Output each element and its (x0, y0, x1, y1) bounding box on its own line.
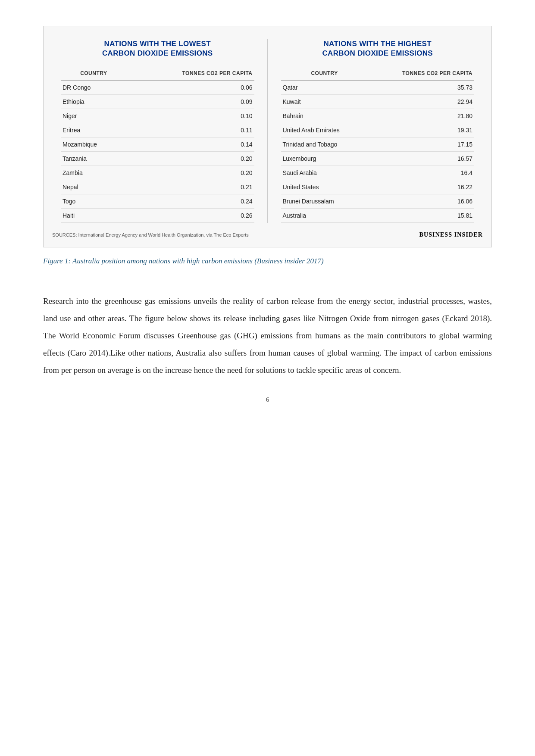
infographic-box: NATIONS WITH THE LOWEST CARBON DIOXIDE E… (43, 26, 492, 247)
table-row: Qatar35.73 (281, 80, 475, 95)
right-table-section: NATIONS WITH THE HIGHEST CARBON DIOXIDE … (268, 39, 483, 223)
page-number: 6 (43, 396, 492, 403)
table-row: Luxembourg16.57 (281, 152, 475, 166)
country-cell: Niger (61, 109, 127, 123)
country-cell: Saudi Arabia (281, 166, 368, 180)
value-cell: 0.20 (127, 166, 254, 180)
country-cell: Mozambique (61, 137, 127, 152)
value-cell: 0.06 (127, 80, 254, 95)
country-cell: Ethiopia (61, 95, 127, 109)
brand-name: BUSINESS INSIDER (419, 231, 483, 238)
country-cell: Tanzania (61, 152, 127, 166)
left-col2-header: TONNES CO2 PER CAPITA (127, 68, 254, 80)
value-cell: 0.09 (127, 95, 254, 109)
country-cell: Haiti (61, 209, 127, 223)
table-row: Tanzania0.20 (61, 152, 254, 166)
value-cell: 0.20 (127, 152, 254, 166)
value-cell: 0.11 (127, 123, 254, 137)
country-cell: Trinidad and Tobago (281, 137, 368, 152)
right-col1-header: COUNTRY (281, 68, 368, 80)
country-cell: Togo (61, 194, 127, 209)
tables-wrapper: NATIONS WITH THE LOWEST CARBON DIOXIDE E… (52, 39, 483, 223)
table-row: Brunei Darussalam16.06 (281, 194, 475, 209)
table-row: United States16.22 (281, 180, 475, 194)
country-cell: Bahrain (281, 109, 368, 123)
right-col2-header: TONNES CO2 PER CAPITA (368, 68, 474, 80)
table-row: Eritrea0.11 (61, 123, 254, 137)
figure-caption: Figure 1: Australia position among natio… (43, 255, 492, 267)
value-cell: 0.21 (127, 180, 254, 194)
left-table-title: NATIONS WITH THE LOWEST CARBON DIOXIDE E… (61, 39, 254, 58)
value-cell: 16.22 (368, 180, 474, 194)
country-cell: Luxembourg (281, 152, 368, 166)
sources-row: SOURCES: International Energy Agency and… (52, 229, 483, 238)
left-table-section: NATIONS WITH THE LOWEST CARBON DIOXIDE E… (52, 39, 268, 223)
table-row: Ethiopia0.09 (61, 95, 254, 109)
value-cell: 0.24 (127, 194, 254, 209)
table-row: United Arab Emirates19.31 (281, 123, 475, 137)
country-cell: Australia (281, 209, 368, 223)
table-row: Bahrain21.80 (281, 109, 475, 123)
value-cell: 22.94 (368, 95, 474, 109)
value-cell: 16.57 (368, 152, 474, 166)
table-row: Nepal0.21 (61, 180, 254, 194)
table-row: Haiti0.26 (61, 209, 254, 223)
value-cell: 0.26 (127, 209, 254, 223)
left-col1-header: COUNTRY (61, 68, 127, 80)
value-cell: 21.80 (368, 109, 474, 123)
country-cell: Nepal (61, 180, 127, 194)
right-table-title: NATIONS WITH THE HIGHEST CARBON DIOXIDE … (281, 39, 475, 58)
value-cell: 19.31 (368, 123, 474, 137)
country-cell: United Arab Emirates (281, 123, 368, 137)
table-row: DR Congo0.06 (61, 80, 254, 95)
table-row: Zambia0.20 (61, 166, 254, 180)
table-row: Trinidad and Tobago17.15 (281, 137, 475, 152)
value-cell: 16.06 (368, 194, 474, 209)
country-cell: Kuwait (281, 95, 368, 109)
table-row: Saudi Arabia16.4 (281, 166, 475, 180)
left-data-table: COUNTRY TONNES CO2 PER CAPITA DR Congo0.… (61, 68, 254, 223)
body-paragraph: Research into the greenhouse gas emissio… (43, 293, 492, 378)
country-cell: Eritrea (61, 123, 127, 137)
right-data-table: COUNTRY TONNES CO2 PER CAPITA Qatar35.73… (281, 68, 475, 223)
value-cell: 17.15 (368, 137, 474, 152)
country-cell: United States (281, 180, 368, 194)
value-cell: 35.73 (368, 80, 474, 95)
country-cell: Zambia (61, 166, 127, 180)
country-cell: DR Congo (61, 80, 127, 95)
value-cell: 0.14 (127, 137, 254, 152)
value-cell: 15.81 (368, 209, 474, 223)
value-cell: 16.4 (368, 166, 474, 180)
country-cell: Qatar (281, 80, 368, 95)
value-cell: 0.10 (127, 109, 254, 123)
table-row: Mozambique0.14 (61, 137, 254, 152)
country-cell: Brunei Darussalam (281, 194, 368, 209)
table-row: Australia15.81 (281, 209, 475, 223)
table-row: Kuwait22.94 (281, 95, 475, 109)
sources-text: SOURCES: International Energy Agency and… (52, 232, 249, 237)
table-row: Togo0.24 (61, 194, 254, 209)
table-row: Niger0.10 (61, 109, 254, 123)
